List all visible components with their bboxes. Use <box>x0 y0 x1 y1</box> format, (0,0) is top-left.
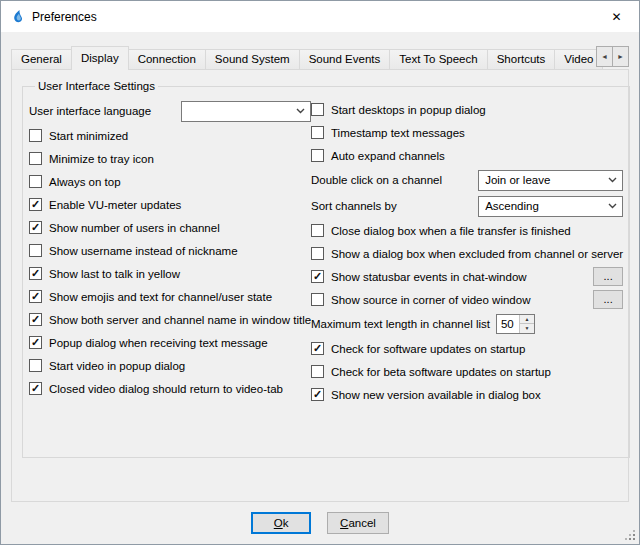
close-button[interactable]: ✕ <box>594 1 639 32</box>
chevron-down-icon <box>294 105 306 117</box>
double-click-row: Double click on a channel Join or leave <box>311 167 623 193</box>
max-text-length-stepper[interactable]: 50 ▲ ▼ <box>496 314 535 334</box>
sort-channels-value: Ascending <box>485 200 606 212</box>
video-source-row: Show source in corner of video window ..… <box>311 288 623 311</box>
tab-scroll-control: ◄ ► <box>597 46 629 67</box>
tab-scroll-right-icon[interactable]: ► <box>612 46 629 67</box>
checkbox-check-updates[interactable]: ✓ Check for software updates on startup <box>311 337 623 360</box>
checkbox-icon[interactable]: ✓ <box>29 221 42 234</box>
checkbox-icon[interactable] <box>311 365 324 378</box>
checkbox-always-on-top[interactable]: Always on top <box>29 170 311 193</box>
group-title: User Interface Settings <box>35 80 158 92</box>
tab-text-to-speech[interactable]: Text To Speech <box>389 49 487 69</box>
checkbox-icon[interactable]: ✓ <box>29 290 42 303</box>
checkbox-popup-text-message[interactable]: ✓ Popup dialog when receiving text messa… <box>29 331 311 354</box>
video-source-more-button[interactable]: ... <box>593 290 623 309</box>
max-text-length-row: Maximum text length in channel list 50 ▲… <box>311 311 623 337</box>
chevron-down-icon <box>606 200 618 212</box>
tab-display[interactable]: Display <box>71 46 129 70</box>
checkbox-icon[interactable]: ✓ <box>29 267 42 280</box>
checkbox-show-user-count[interactable]: ✓ Show number of users in channel <box>29 216 311 239</box>
double-click-value: Join or leave <box>485 174 606 186</box>
checkbox-timestamp-messages[interactable]: Timestamp text messages <box>311 121 623 144</box>
checkbox-icon[interactable] <box>29 175 42 188</box>
double-click-label: Double click on a channel <box>311 174 442 186</box>
window-title: Preferences <box>32 10 97 24</box>
user-interface-settings-group: User Interface Settings User interface l… <box>22 80 630 458</box>
tab-shortcuts[interactable]: Shortcuts <box>487 49 556 69</box>
checkbox-username-instead-nickname[interactable]: Show username instead of nickname <box>29 239 311 262</box>
checkbox-server-channel-in-title[interactable]: ✓ Show both server and channel name in w… <box>29 308 311 331</box>
spin-down-icon[interactable]: ▼ <box>520 324 534 333</box>
checkbox-icon[interactable] <box>29 244 42 257</box>
checkbox-icon[interactable]: ✓ <box>29 382 42 395</box>
checkbox-emojis-state[interactable]: ✓ Show emojis and text for channel/user … <box>29 285 311 308</box>
chevron-down-icon <box>606 174 618 186</box>
title-bar[interactable]: Preferences ✕ <box>1 1 639 32</box>
statusbar-events-row: ✓ Show statusbar events in chat-window .… <box>311 265 623 288</box>
checkbox-video-popup[interactable]: Start video in popup dialog <box>29 354 311 377</box>
checkbox-icon[interactable] <box>311 126 324 139</box>
language-row: User interface language <box>29 98 311 124</box>
max-text-length-value: 50 <box>497 315 519 333</box>
display-tab-page: User Interface Settings User interface l… <box>11 69 629 502</box>
statusbar-events-more-button[interactable]: ... <box>593 267 623 286</box>
button-bar: Ok Cancel <box>1 502 639 544</box>
checkbox-icon[interactable] <box>311 247 324 260</box>
checkbox-last-talk-yellow[interactable]: ✓ Show last to talk in yellow <box>29 262 311 285</box>
tab-connection[interactable]: Connection <box>128 49 206 69</box>
cancel-button[interactable]: Cancel <box>327 512 389 534</box>
tab-sound-events[interactable]: Sound Events <box>299 49 391 69</box>
checkbox-video-return-tab[interactable]: ✓ Closed video dialog should return to v… <box>29 377 311 400</box>
sort-channels-label: Sort channels by <box>311 200 397 212</box>
tab-general[interactable]: General <box>11 49 72 69</box>
preferences-window: Preferences ✕ General Display Connection… <box>0 0 640 545</box>
checkbox-icon[interactable] <box>311 293 324 306</box>
language-select[interactable] <box>181 101 311 122</box>
checkbox-new-version-dialog[interactable]: ✓ Show new version available in dialog b… <box>311 383 623 406</box>
checkbox-minimize-tray[interactable]: Minimize to tray icon <box>29 147 311 170</box>
tab-sound-system[interactable]: Sound System <box>205 49 300 69</box>
checkbox-excluded-dialog[interactable]: Show a dialog box when excluded from cha… <box>311 242 623 265</box>
spin-up-icon[interactable]: ▲ <box>520 315 534 324</box>
double-click-select[interactable]: Join or leave <box>478 170 623 191</box>
checkbox-check-beta-updates[interactable]: Check for beta software updates on start… <box>311 360 623 383</box>
checkbox-icon[interactable]: ✓ <box>311 388 324 401</box>
checkbox-icon[interactable] <box>29 152 42 165</box>
checkbox-icon[interactable] <box>311 224 324 237</box>
checkbox-icon[interactable] <box>29 129 42 142</box>
checkbox-icon[interactable]: ✓ <box>311 342 324 355</box>
left-column: User interface language Start minimized <box>29 98 311 406</box>
language-label: User interface language <box>29 105 151 117</box>
checkbox-close-on-file-transfer[interactable]: Close dialog box when a file transfer is… <box>311 219 623 242</box>
checkbox-auto-expand-channels[interactable]: Auto expand channels <box>311 144 623 167</box>
checkbox-icon[interactable] <box>311 103 324 116</box>
checkbox-icon[interactable]: ✓ <box>311 270 324 283</box>
checkbox-icon[interactable]: ✓ <box>29 198 42 211</box>
tab-bar: General Display Connection Sound System … <box>11 44 629 69</box>
checkbox-vu-meter-updates[interactable]: ✓ Enable VU-meter updates <box>29 193 311 216</box>
max-text-length-label: Maximum text length in channel list <box>311 318 490 330</box>
ok-button[interactable]: Ok <box>251 512 311 534</box>
right-column: Start desktops in popup dialog Timestamp… <box>311 98 623 406</box>
checkbox-icon[interactable]: ✓ <box>29 336 42 349</box>
checkbox-icon[interactable] <box>311 149 324 162</box>
resize-grip[interactable] <box>625 530 636 541</box>
app-icon <box>10 9 26 25</box>
checkbox-start-minimized[interactable]: Start minimized <box>29 124 311 147</box>
sort-channels-select[interactable]: Ascending <box>478 196 623 217</box>
tab-scroll-left-icon[interactable]: ◄ <box>596 46 613 67</box>
sort-channels-row: Sort channels by Ascending <box>311 193 623 219</box>
checkbox-desktops-popup[interactable]: Start desktops in popup dialog <box>311 98 623 121</box>
checkbox-icon[interactable] <box>29 359 42 372</box>
checkbox-icon[interactable]: ✓ <box>29 313 42 326</box>
